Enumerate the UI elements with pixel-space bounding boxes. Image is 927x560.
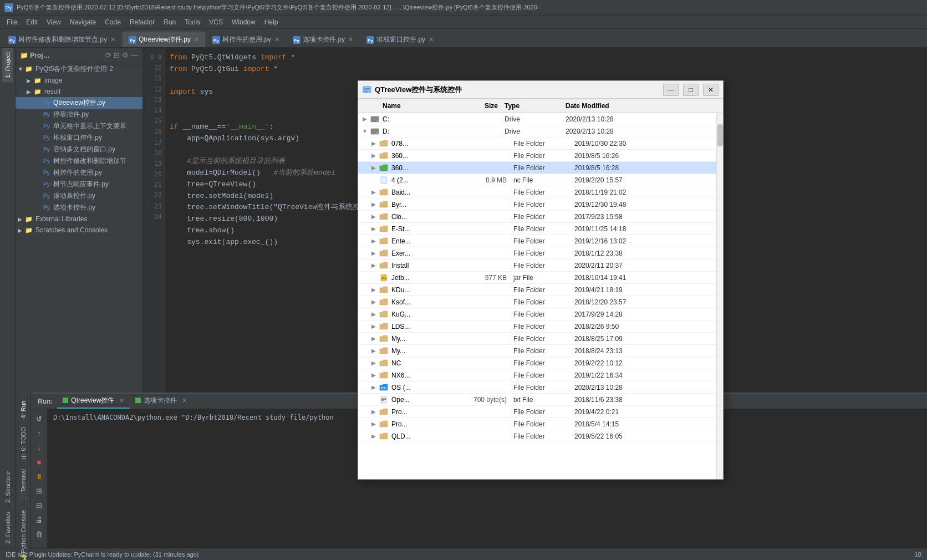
bottom-tab-选项卡控件[interactable]: 选项卡控件✕ bbox=[130, 394, 192, 409]
fw-row-expand-icon[interactable]: ▶ bbox=[360, 116, 369, 122]
fw-close-button[interactable]: ✕ bbox=[703, 84, 719, 96]
scroll-down-button[interactable]: ↓ bbox=[33, 441, 45, 454]
fw-body[interactable]: ▶C:Drive2020/2/13 10:28▼D:Drive2020/2/13… bbox=[358, 113, 716, 479]
fw-row[interactable]: ▶C:Drive2020/2/13 10:28 bbox=[358, 113, 716, 125]
fw-row[interactable]: ▶KDu...File Folder2019/4/21 18:19 bbox=[358, 284, 716, 296]
fw-row-expand-icon[interactable]: ▶ bbox=[369, 311, 378, 317]
fw-row-expand-icon[interactable]: ▼ bbox=[360, 128, 369, 134]
fw-row-expand-icon[interactable]: ▶ bbox=[369, 165, 378, 171]
tree-item-树控件的使用.py[interactable]: Py树控件的使用.py bbox=[16, 167, 142, 179]
fw-row-expand-icon[interactable]: ▶ bbox=[369, 213, 378, 220]
fw-row-expand-icon[interactable]: ▶ bbox=[369, 421, 378, 427]
fw-row-expand-icon[interactable]: ▶ bbox=[369, 262, 378, 268]
fw-row[interactable]: ▼D:Drive2020/2/13 10:28 bbox=[358, 125, 716, 138]
tab-close-icon[interactable]: ✕ bbox=[429, 36, 434, 43]
fw-row[interactable]: ▶360...File Folder2019/8/5 16:28 bbox=[358, 162, 716, 174]
bottom-tab-close[interactable]: ✕ bbox=[119, 397, 124, 404]
fw-row[interactable]: ▶Clo...File Folder2017/9/23 15:58 bbox=[358, 211, 716, 223]
menu-item-run[interactable]: Run bbox=[159, 17, 180, 27]
print-button[interactable]: 🖨 bbox=[33, 513, 45, 526]
project-tab[interactable]: 1: Project bbox=[2, 48, 13, 82]
fw-row[interactable]: ▶QLD...File Folder2019/5/22 16:05 bbox=[358, 430, 716, 442]
fw-row[interactable]: ▶Ente...File Folder2019/12/16 13:02 bbox=[358, 235, 716, 247]
fw-row-expand-icon[interactable]: ▶ bbox=[369, 433, 378, 439]
fw-row[interactable]: ▶LDS...File Folder2018/2/26 9:50 bbox=[358, 320, 716, 333]
fw-row[interactable]: ▶Exer...File Folder2018/1/12 23:38 bbox=[358, 247, 716, 259]
fw-row[interactable]: ▶Byr...File Folder2019/12/30 19:48 bbox=[358, 198, 716, 211]
fw-row-expand-icon[interactable]: ▶ bbox=[369, 372, 378, 378]
tree-item-result[interactable]: ▶📁result bbox=[16, 86, 142, 97]
menu-item-refactor[interactable]: Refactor bbox=[125, 17, 159, 27]
menu-item-code[interactable]: Code bbox=[100, 17, 125, 27]
python-console-tab[interactable]: 🐍 Python Console bbox=[17, 506, 29, 560]
menu-item-tools[interactable]: Tools bbox=[180, 17, 205, 27]
fw-row-expand-icon[interactable]: ▶ bbox=[369, 226, 378, 232]
fw-row[interactable]: ▶Baid...File Folder2018/11/19 21:02 bbox=[358, 186, 716, 198]
fw-row-expand-icon[interactable]: ▶ bbox=[369, 323, 378, 329]
delete-button[interactable]: 🗑 bbox=[33, 528, 45, 540]
tree-item-容纳多文档的窗口.py[interactable]: Py容纳多文档的窗口.py bbox=[16, 144, 142, 155]
fw-row-expand-icon[interactable]: ▶ bbox=[369, 335, 378, 342]
stop-button[interactable]: ■ bbox=[33, 456, 45, 468]
tree-item-树控件修改和删除增加节[interactable]: Py树控件修改和删除增加节 bbox=[16, 155, 142, 167]
bottom-tab-Qtreeview控件[interactable]: Qtreeview控件✕ bbox=[57, 394, 130, 409]
fw-row-expand-icon[interactable]: ▶ bbox=[369, 348, 378, 354]
fw-row[interactable]: Ope...700 byte(s)txt File2018/11/6 23:38 bbox=[358, 394, 716, 406]
tree-item-停靠控件.py[interactable]: Py停靠控件.py bbox=[16, 109, 142, 120]
tree-item-单元格中显示上下文菜单[interactable]: Py单元格中显示上下文菜单 bbox=[16, 120, 142, 132]
minimize-icon[interactable]: — bbox=[131, 51, 138, 59]
run-tab[interactable]: 4: Run bbox=[18, 396, 29, 422]
fw-row[interactable]: ▶Pro...File Folder2018/5/4 14:15 bbox=[358, 418, 716, 430]
fw-row[interactable]: ▶InstallFile Folder2020/2/11 20:37 bbox=[358, 259, 716, 272]
tree-item-滚动条控件.py[interactable]: Py滚动条控件.py bbox=[16, 190, 142, 202]
menu-item-window[interactable]: Window bbox=[227, 17, 260, 27]
fw-row[interactable]: ▶078...File Folder2019/10/30 22:30 bbox=[358, 138, 716, 150]
settings-icon[interactable]: ⚙ bbox=[122, 51, 129, 59]
tree-item-Qtreeview控件.py[interactable]: PyQtreeview控件.py bbox=[16, 97, 142, 109]
collapse-icon[interactable]: ⊟ bbox=[114, 51, 120, 59]
fw-row[interactable]: ▶My...File Folder2018/8/24 23:13 bbox=[358, 345, 716, 357]
tree-item-External-Libraries[interactable]: ▶📁External Libraries bbox=[16, 213, 142, 225]
fw-maximize-button[interactable]: □ bbox=[683, 84, 699, 96]
fw-row-expand-icon[interactable]: ▶ bbox=[369, 384, 378, 390]
fw-row[interactable]: ▶KuG...File Folder2017/9/29 14:28 bbox=[358, 308, 716, 320]
fw-scrollbar[interactable] bbox=[716, 113, 723, 479]
fw-row-expand-icon[interactable]: ▶ bbox=[369, 201, 378, 207]
tab-close-icon[interactable]: ✕ bbox=[348, 36, 353, 43]
fw-row-expand-icon[interactable]: ▶ bbox=[369, 140, 378, 146]
todo-tab[interactable]: ☰ 6: TODO bbox=[17, 422, 29, 465]
terminal-tab[interactable]: ⬛ Terminal bbox=[17, 465, 29, 505]
menu-item-vcs[interactable]: VCS bbox=[205, 17, 227, 27]
bottom-tab-close[interactable]: ✕ bbox=[182, 397, 187, 404]
menu-item-file[interactable]: File bbox=[2, 17, 22, 27]
favorites-tab[interactable]: 2: Favorites bbox=[2, 507, 13, 548]
fw-row[interactable]: ▶360...File Folder2019/8/5 16:26 bbox=[358, 150, 716, 162]
tab-选项卡控件.py[interactable]: Py选项卡控件.py✕ bbox=[287, 32, 359, 47]
fw-row-expand-icon[interactable]: ▶ bbox=[369, 360, 378, 366]
fw-row-expand-icon[interactable]: ▶ bbox=[369, 287, 378, 293]
fw-row[interactable]: ▶Pro...File Folder2019/4/22 0:21 bbox=[358, 406, 716, 418]
fw-row-expand-icon[interactable]: ▶ bbox=[369, 189, 378, 195]
tab-树控件的使用.py[interactable]: Py树控件的使用.py✕ bbox=[206, 32, 286, 47]
floating-window[interactable]: QTreeView控件与系统控件 — □ ✕ Name Size Type Da… bbox=[358, 80, 724, 480]
tab-close-icon[interactable]: ✕ bbox=[110, 36, 115, 43]
menu-item-help[interactable]: Help bbox=[260, 17, 283, 27]
tree-item-树节点响应事件.py[interactable]: Py树节点响应事件.py bbox=[16, 179, 142, 190]
step-button[interactable]: ⊞ bbox=[33, 485, 45, 497]
tree-item-选项卡控件.py[interactable]: Py选项卡控件.py bbox=[16, 202, 142, 213]
fw-row[interactable]: ▶E-St...File Folder2019/11/25 14:18 bbox=[358, 223, 716, 235]
fw-row-expand-icon[interactable]: ▶ bbox=[369, 299, 378, 305]
scroll-up-button[interactable]: ↑ bbox=[33, 427, 45, 439]
tree-item-image[interactable]: ▶📁image bbox=[16, 75, 142, 86]
sync-icon[interactable]: ⟳ bbox=[105, 51, 111, 59]
fw-row[interactable]: 4 (2...8.9 MBnc File2019/2/20 15:57 bbox=[358, 174, 716, 186]
tab-树控件修改和删除增加节点.py[interactable]: Py树控件修改和删除增加节点.py✕ bbox=[2, 32, 121, 47]
fw-row[interactable]: ▶My...File Folder2018/8/25 17:09 bbox=[358, 333, 716, 345]
fw-row-expand-icon[interactable]: ▶ bbox=[369, 238, 378, 244]
tab-close-icon[interactable]: ✕ bbox=[274, 36, 279, 43]
menu-item-edit[interactable]: Edit bbox=[22, 17, 42, 27]
structure-tab[interactable]: 2: Structure bbox=[2, 467, 13, 507]
fw-row[interactable]: ▶NCFile Folder2019/2/22 10:12 bbox=[358, 357, 716, 369]
fw-row-expand-icon[interactable]: ▶ bbox=[369, 152, 378, 159]
tree-item-Scratches-and-Consoles[interactable]: ▶📁Scratches and Consoles bbox=[16, 225, 142, 236]
